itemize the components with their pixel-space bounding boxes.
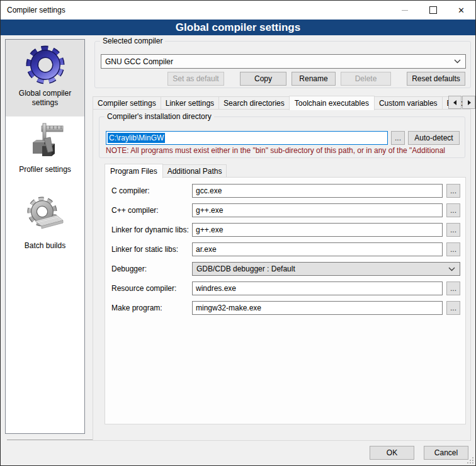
close-icon: ✕ [458,6,465,14]
delete-button[interactable]: Delete [341,72,391,86]
chevron-down-icon [448,267,455,271]
cpp-compiler-input[interactable] [192,203,443,217]
caption-buttons: ✕ [390,1,475,20]
compiler-settings-dialog: Compiler settings ✕ Global compiler sett… [0,0,476,466]
paths-subtabs: Program Files Additional Paths [105,163,226,178]
rename-button[interactable]: Rename [292,72,336,86]
installation-directory-group: Compiler's installation directory C:\ray… [99,116,465,158]
tab-scroll-right-button[interactable] [462,96,475,109]
compiler-tabs: Compiler settings Linker settings Search… [93,95,463,110]
installation-directory-group-label: Compiler's installation directory [105,112,214,122]
set-as-default-button[interactable]: Set as default [167,72,224,86]
window-title: Compiler settings [7,6,65,14]
sidebar-item-label: Profiler settings [10,165,81,174]
tab-additional-paths[interactable]: Additional Paths [162,164,227,178]
debugger-value: GDB/CDB debugger : Default [196,264,295,273]
sidebar: Global compiler settings Prof [5,39,85,434]
c-compiler-browse-button[interactable]: ... [446,184,460,198]
debugger-label: Debugger: [111,262,147,276]
tab-scroll-left-button[interactable] [448,96,462,109]
resource-compiler-browse-button[interactable]: ... [446,281,460,295]
tab-toolchain-executables[interactable]: Toolchain executables [289,96,375,110]
tab-compiler-settings[interactable]: Compiler settings [93,96,161,110]
sidebar-item-global-compiler-settings[interactable]: Global compiler settings [6,40,84,116]
bin-subdirectory-note: NOTE: All programs must exist either in … [106,146,460,155]
c-compiler-input[interactable] [192,184,443,198]
linker-dynamic-input[interactable] [192,223,443,237]
reset-defaults-button[interactable]: Reset defaults [407,72,465,86]
linker-static-input[interactable] [192,242,443,256]
copy-button[interactable]: Copy [240,72,286,86]
batch-gear-icon [25,196,65,236]
selected-compiler-group: Selected compiler GNU GCC Compiler Set a… [94,41,471,88]
selected-compiler-group-label: Selected compiler [100,37,165,46]
arrow-left-icon [453,100,458,105]
cancel-button[interactable]: Cancel [424,446,468,460]
c-compiler-label: C compiler: [111,184,150,198]
linker-static-browse-button[interactable]: ... [446,242,460,256]
sidebar-item-profiler-settings[interactable]: Profiler settings [6,116,84,187]
blue-gear-icon [25,45,65,85]
close-button[interactable]: ✕ [447,1,475,20]
sidebar-item-label: Global compiler settings [10,89,81,108]
arrow-right-icon [467,100,472,105]
minimize-button[interactable] [390,1,419,20]
debugger-dropdown[interactable]: GDB/CDB debugger : Default [192,262,460,276]
titlebar[interactable]: Compiler settings ✕ [1,1,475,20]
make-program-browse-button[interactable]: ... [446,301,460,315]
sidebar-item-label: Batch builds [10,241,81,251]
resource-compiler-input[interactable] [192,281,443,295]
minimize-icon [402,10,408,11]
ok-button[interactable]: OK [370,446,414,460]
tab-custom-variables[interactable]: Custom variables [374,96,443,110]
linker-dynamic-browse-button[interactable]: ... [446,223,460,237]
program-files-panel: C compiler: ... C++ compiler: ... Linker… [105,177,466,424]
chevron-down-icon [454,59,461,64]
maximize-button[interactable] [419,1,447,20]
selected-compiler-dropdown[interactable]: GNU GCC Compiler [101,54,466,69]
make-program-label: Make program: [111,301,162,315]
resize-grip[interactable] [466,456,474,464]
tab-program-files[interactable]: Program Files [105,164,163,178]
cpp-compiler-browse-button[interactable]: ... [446,203,460,217]
installation-directory-browse-button[interactable]: ... [391,131,405,145]
page-title: Global compiler settings [1,20,475,35]
tab-linker-settings[interactable]: Linker settings [161,96,219,110]
installation-directory-input[interactable]: C:\raylib\MinGW [106,131,388,145]
installation-directory-value: C:\raylib\MinGW [108,133,165,143]
toolchain-executables-panel: Compiler's installation directory C:\ray… [93,109,471,441]
resource-compiler-label: Resource compiler: [111,281,176,295]
maximize-icon [429,6,437,14]
make-program-input[interactable] [192,301,443,315]
caliper-icon [25,121,65,161]
linker-dynamic-label: Linker for dynamic libs: [111,223,189,237]
selected-compiler-value: GNU GCC Compiler [105,57,173,66]
auto-detect-button[interactable]: Auto-detect [408,131,460,145]
tab-search-directories[interactable]: Search directories [218,96,290,110]
sidebar-item-batch-builds[interactable]: Batch builds [6,187,84,266]
linker-static-label: Linker for static libs: [111,242,178,256]
cpp-compiler-label: C++ compiler: [111,203,159,217]
